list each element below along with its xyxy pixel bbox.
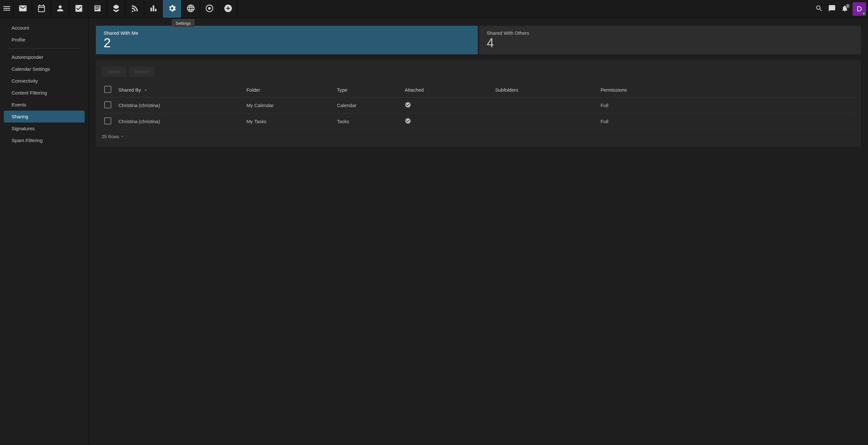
col-shared-by[interactable]: Shared By [116, 83, 244, 97]
nav-contacts[interactable] [51, 0, 69, 18]
presence-indicator [862, 12, 865, 15]
sidebar-item-autoresponder[interactable]: Autoresponder [4, 51, 85, 63]
col-permissions[interactable]: Permissions [598, 83, 855, 97]
cell-folder: My Calendar [244, 97, 334, 114]
notifications-button[interactable]: 2 [838, 3, 851, 15]
cell-type: Tasks [334, 114, 402, 130]
sidebar: AccountProfileAutoresponderCalendar Sett… [0, 18, 89, 445]
body: AccountProfileAutoresponderCalendar Sett… [0, 18, 868, 445]
checkbox-icon [104, 86, 111, 93]
col-subfolders[interactable]: Subfolders [493, 83, 598, 97]
calendar-icon [37, 4, 46, 14]
nav-calendar[interactable] [32, 0, 51, 18]
notification-badge: 2 [845, 4, 850, 8]
sidebar-divider [8, 48, 81, 49]
cell-shared-by: Christina (christina) [116, 97, 244, 114]
cell-permissions: Full [598, 97, 855, 114]
checkbox-icon [74, 4, 83, 14]
nav-domain-reports[interactable] [181, 0, 200, 18]
menu-button[interactable] [0, 0, 13, 18]
nav-add[interactable] [219, 0, 238, 18]
topbar-left [0, 0, 238, 18]
cell-attached [402, 97, 493, 114]
cell-type: Calendar [334, 97, 402, 114]
sharing-table: Shared By Folder Type Attached Subfolder… [102, 83, 855, 130]
email-icon [18, 4, 27, 14]
nav-email[interactable] [13, 0, 32, 18]
hierarchy-icon [112, 4, 121, 14]
check-circle-icon [405, 120, 411, 125]
nav-domain-settings[interactable] [200, 0, 219, 18]
tab-label: Shared With Others [487, 30, 853, 36]
nav-notes[interactable] [88, 0, 107, 18]
sidebar-item-calendar-settings[interactable]: Calendar Settings [4, 63, 85, 75]
search-icon [815, 4, 823, 13]
bar-chart-icon [149, 4, 158, 14]
hamburger-icon [2, 4, 11, 14]
col-attached[interactable]: Attached [402, 83, 493, 97]
main: Shared With Me 2 Shared With Others 4 At… [89, 18, 868, 445]
sidebar-item-signatures[interactable]: Signatures [4, 123, 85, 134]
detach-button[interactable]: Detach [129, 67, 154, 77]
col-type[interactable]: Type [334, 83, 402, 97]
checkbox-icon [104, 117, 111, 124]
cell-folder: My Tasks [244, 114, 334, 130]
sidebar-item-sharing[interactable]: Sharing [4, 110, 85, 123]
checkbox-icon [104, 101, 111, 108]
cell-permissions: Full [598, 114, 855, 130]
nav-filestorage[interactable] [107, 0, 125, 18]
caret-down-icon [120, 134, 124, 139]
notes-icon [93, 4, 102, 14]
nav-reports[interactable] [144, 0, 163, 18]
check-circle-icon [405, 103, 411, 109]
sidebar-item-content-filtering[interactable]: Content Filtering [4, 87, 85, 99]
rows-per-page[interactable]: 25 Rows [102, 134, 124, 139]
sidebar-item-spam-filtering[interactable]: Spam Filtering [4, 134, 85, 146]
actions: Attach Detach [102, 67, 855, 77]
attach-button[interactable]: Attach [102, 67, 126, 77]
table-row[interactable]: Christina (christina)My CalendarCalendar… [102, 97, 855, 114]
sidebar-item-account[interactable]: Account [4, 22, 85, 34]
nav-newsfeeds[interactable] [125, 0, 144, 18]
col-folder[interactable]: Folder [244, 83, 334, 97]
globe-gear-icon [205, 4, 214, 14]
person-icon [56, 4, 65, 14]
topbar: 2 D Settings [0, 0, 868, 18]
col-select-all[interactable] [102, 83, 116, 97]
chat-icon [828, 4, 836, 13]
tab-count: 4 [487, 36, 853, 49]
topbar-right: 2 D [813, 0, 868, 18]
nav-tasks[interactable] [69, 0, 88, 18]
search-button[interactable] [813, 3, 826, 15]
add-circle-icon [224, 4, 232, 14]
col-label: Shared By [118, 87, 141, 93]
cell-attached [402, 114, 493, 130]
row-checkbox[interactable] [102, 114, 116, 130]
cell-subfolders [493, 114, 598, 130]
cell-subfolders [493, 97, 598, 114]
panel: Attach Detach Shared By Folder Type Atta… [96, 60, 861, 147]
globe-chart-icon [186, 4, 195, 14]
chat-button[interactable] [826, 3, 838, 15]
table-row[interactable]: Christina (christina)My TasksTasksFull [102, 114, 855, 130]
gear-icon [167, 4, 177, 14]
tab-shared-with-others[interactable]: Shared With Others 4 [479, 26, 861, 54]
tab-label: Shared With Me [103, 30, 470, 36]
sidebar-item-events[interactable]: Events [4, 99, 85, 110]
rss-icon [130, 4, 139, 14]
sort-asc-icon [144, 87, 148, 93]
tab-shared-with-me[interactable]: Shared With Me 2 [96, 26, 478, 54]
sidebar-item-profile[interactable]: Profile [4, 34, 85, 46]
cell-shared-by: Christina (christina) [116, 114, 244, 130]
rows-label: 25 Rows [102, 134, 119, 139]
avatar-initial: D [857, 5, 862, 13]
avatar[interactable]: D [852, 2, 866, 16]
tab-count: 2 [103, 36, 470, 49]
table-header-row: Shared By Folder Type Attached Subfolder… [102, 83, 855, 97]
row-checkbox[interactable] [102, 97, 116, 114]
tabs: Shared With Me 2 Shared With Others 4 [96, 26, 861, 54]
sidebar-item-connectivity[interactable]: Connectivity [4, 75, 85, 87]
nav-settings[interactable] [163, 0, 181, 18]
